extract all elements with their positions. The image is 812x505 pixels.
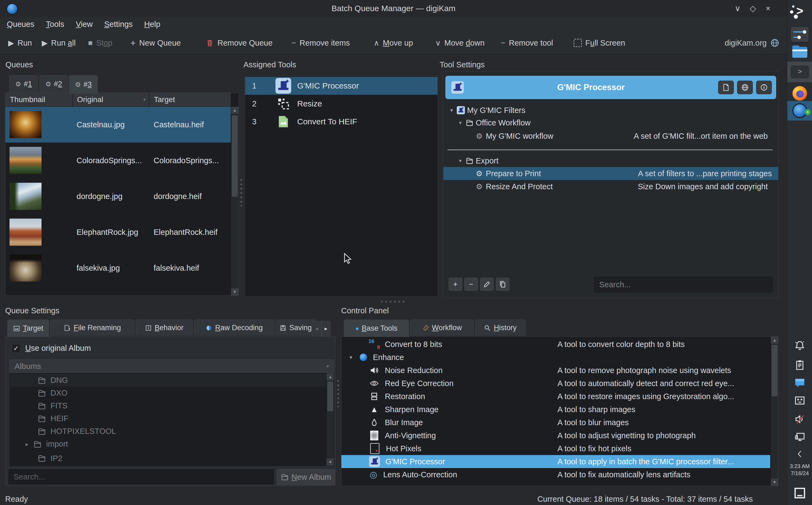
- edit-filter-button[interactable]: [480, 278, 494, 291]
- chat-icon[interactable]: [787, 376, 812, 389]
- tree-item-my-gmic-filters[interactable]: ▾ My G'MIC Filters: [448, 104, 774, 117]
- tree-item-prepare-to-print[interactable]: ⚙ Prepare to Print A set of filters to .…: [444, 167, 778, 180]
- menu-settings[interactable]: Settings: [99, 17, 138, 31]
- add-filter-button[interactable]: +: [449, 278, 462, 291]
- albums-scrollbar[interactable]: ▴ ▾: [326, 373, 334, 466]
- clock-date[interactable]: 7/16/24: [787, 470, 812, 477]
- tool-row-gmic-processor[interactable]: G'MIC Processor A tool to apply in batch…: [341, 455, 770, 468]
- remove-queue-button[interactable]: Remove Queue: [206, 38, 272, 47]
- file-manager-icon[interactable]: [787, 44, 812, 59]
- table-row[interactable]: ElephantRock.jpg ElephantRock.heif: [5, 214, 231, 250]
- album-item-ip2[interactable]: IP2: [10, 451, 326, 466]
- move-down-button[interactable]: ∨ Move down: [435, 38, 485, 47]
- tab-target[interactable]: Target: [7, 320, 49, 337]
- album-item-dng[interactable]: DNG: [10, 374, 326, 387]
- tab-file-renaming[interactable]: File Renaming: [50, 320, 134, 336]
- new-album-button[interactable]: New Album: [277, 469, 335, 485]
- tab-history[interactable]: History: [475, 320, 526, 336]
- notifications-bell-icon[interactable]: [787, 339, 812, 352]
- scroll-up-icon[interactable]: ▴: [231, 107, 239, 114]
- tab-saving[interactable]: Saving: [275, 320, 316, 336]
- scrollbar-thumb[interactable]: [232, 115, 238, 197]
- album-item-fits[interactable]: FITS: [10, 399, 326, 412]
- website-button[interactable]: [737, 80, 753, 94]
- column-header-thumbnail[interactable]: Thumbnail: [5, 93, 72, 107]
- table-row[interactable]: ColoradoSprings... ColoradoSprings...: [5, 143, 231, 178]
- collapse-icon[interactable]: ▾: [448, 107, 456, 114]
- display-icon[interactable]: [787, 431, 812, 444]
- firefox-icon[interactable]: [787, 86, 812, 101]
- settings-sliders-icon[interactable]: [787, 25, 812, 44]
- queue-tab-2[interactable]: ⚙ #2: [39, 75, 68, 93]
- section-splitter-handle[interactable]: [381, 301, 405, 303]
- remove-tool-button[interactable]: − Remove tool: [501, 38, 553, 47]
- album-item-import[interactable]: ▸ import: [10, 438, 326, 451]
- menu-queues[interactable]: Queues: [2, 17, 40, 31]
- album-search-input[interactable]: [8, 469, 274, 484]
- tool-group-enhance[interactable]: ▾ Enhance: [341, 351, 770, 364]
- scroll-down-icon[interactable]: ▾: [771, 479, 778, 486]
- muted-speaker-icon[interactable]: [787, 413, 812, 426]
- maximize-icon[interactable]: ◇: [745, 0, 760, 17]
- panel-splitter-handle[interactable]: [337, 380, 339, 407]
- digikam-org-link[interactable]: digiKam.org: [725, 38, 779, 47]
- tool-row-lens-auto-correction[interactable]: ◎ Lens Auto-Correction A tool to fix aut…: [341, 468, 770, 481]
- scroll-down-icon[interactable]: ▾: [326, 459, 334, 466]
- tab-scroll-right-icon[interactable]: ▸: [321, 321, 330, 336]
- remove-items-button[interactable]: − Remove items: [291, 38, 350, 47]
- tool-row-red-eye[interactable]: Red Eye Correction A tool to automatical…: [341, 377, 770, 390]
- clock-time[interactable]: 3:23 AM: [787, 463, 812, 470]
- tool-row-hot-pixels[interactable]: Hot Pixels A tool to fix hot pixels: [341, 442, 770, 455]
- screen-xx-icon[interactable]: [787, 394, 812, 407]
- column-header-original[interactable]: Original ▾: [73, 93, 149, 107]
- tool-row-convert-8bits[interactable]: 168 Convert to 8 bits A tool to convert …: [341, 338, 770, 351]
- queue-scrollbar[interactable]: ▴ ▾: [231, 107, 239, 295]
- assigned-tool-convert-heif[interactable]: 3 Convert To HEIF: [245, 113, 438, 131]
- album-item-hotpixelstool[interactable]: HOTPIXELSTOOL: [10, 425, 326, 438]
- run-button[interactable]: ▶ Run: [8, 38, 32, 47]
- tab-base-tools[interactable]: ● Base Tools: [344, 320, 409, 337]
- close-icon[interactable]: ×: [760, 0, 776, 17]
- tree-item-my-gmic-workflow[interactable]: ⚙ My G'MIC workflow A set of G'MIC filt.…: [476, 130, 774, 143]
- menu-tools[interactable]: Tools: [41, 17, 69, 31]
- assigned-tool-resize[interactable]: 2 Resize: [245, 95, 438, 113]
- new-queue-button[interactable]: + New Queue: [130, 38, 181, 48]
- scrollbar-thumb[interactable]: [772, 345, 778, 396]
- tab-scroll-left-icon[interactable]: ◂: [312, 321, 321, 336]
- collapse-icon[interactable]: ▾: [456, 120, 464, 126]
- show-desktop-icon[interactable]: [787, 485, 812, 501]
- queue-tab-3[interactable]: ⚙ #3: [69, 75, 98, 94]
- info-button[interactable]: [756, 80, 772, 94]
- tab-raw-decoding[interactable]: Raw Decoding: [194, 320, 274, 336]
- album-item-dxo[interactable]: DXO: [10, 387, 326, 399]
- menu-view[interactable]: View: [70, 17, 98, 31]
- panel-splitter-handle[interactable]: [240, 179, 242, 206]
- tool-row-sharpen[interactable]: ▲ Sharpen Image A tool to sharp images: [341, 403, 770, 416]
- digikam-dock-tile[interactable]: +: [787, 101, 812, 121]
- collapse-icon[interactable]: ▾: [347, 354, 355, 361]
- assigned-tool-gmic[interactable]: 1 G'MIC Processor: [245, 77, 438, 95]
- run-all-button[interactable]: ▶ Run all: [42, 38, 76, 47]
- expand-icon[interactable]: ▸: [25, 441, 28, 448]
- launcher-icon[interactable]: >: [787, 3, 812, 18]
- menu-help[interactable]: Help: [139, 17, 166, 31]
- tab-workflow[interactable]: Workflow: [410, 320, 474, 336]
- remove-filter-button[interactable]: −: [464, 278, 478, 291]
- duplicate-filter-button[interactable]: [496, 278, 509, 291]
- chevron-left-icon[interactable]: [787, 449, 812, 459]
- scroll-up-icon[interactable]: ▴: [771, 337, 778, 344]
- filter-search-input[interactable]: [594, 277, 773, 292]
- scrollbar-thumb[interactable]: [327, 381, 333, 411]
- album-item-heif[interactable]: HEIF: [10, 412, 326, 425]
- clipboard-icon[interactable]: [787, 358, 812, 371]
- minimize-icon[interactable]: ∨: [730, 0, 745, 17]
- tool-row-restoration[interactable]: Restoration A tool to restore images usi…: [341, 390, 770, 403]
- table-row[interactable]: dordogne.jpg dordogne.heif: [5, 178, 231, 214]
- base-tools-scrollbar[interactable]: ▴ ▾: [771, 337, 778, 486]
- scroll-down-icon[interactable]: ▾: [231, 288, 239, 295]
- queue-tab-1[interactable]: ⚙ #1: [9, 75, 38, 93]
- albums-dropdown[interactable]: Albums ▾: [9, 359, 334, 373]
- collapse-icon[interactable]: ▾: [456, 157, 464, 164]
- move-up-button[interactable]: ∧ Move up: [374, 38, 413, 47]
- tree-group-export[interactable]: ▾ Export: [456, 155, 774, 167]
